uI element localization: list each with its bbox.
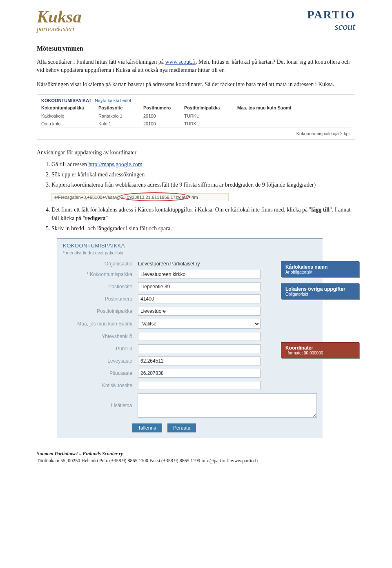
- instructions-list: Gå till adressen http://maps.google.com …: [37, 160, 355, 189]
- scout-fi-link[interactable]: www.scout.fi: [165, 59, 196, 65]
- step-2: Sök upp er kårlokal med adressökningen: [51, 170, 355, 179]
- callout-name-title: Kårlokalens namn: [285, 264, 355, 270]
- instructions-heading: Anvisningar för uppdatering av koordinat…: [37, 149, 355, 156]
- step-4-e: ": [106, 215, 108, 221]
- table-row: Kakkoskolo Rantakolo 1 20100 TURKU: [41, 112, 351, 120]
- page-title: Mötesutrymmen: [37, 45, 355, 52]
- label-info: Lisätietoa: [63, 403, 138, 408]
- cell: 20100: [143, 121, 184, 126]
- instructions-list-cont: Det finns ett fält för lokalens adress i…: [37, 205, 355, 233]
- label-lon: Pituusaste: [63, 370, 138, 376]
- col-street: Postiosoite: [98, 105, 143, 110]
- cell: 20100: [143, 114, 184, 118]
- label-zip: Postinumero: [63, 296, 138, 302]
- callout-other: Lokalens övriga uppgifter Obligatoriskt: [281, 283, 359, 299]
- p1-text-a: Alla scoutkårer i Finland hittas lätt vi…: [37, 59, 165, 65]
- cancel-button[interactable]: Peruuta: [167, 423, 196, 432]
- save-button[interactable]: Tallenna: [132, 423, 162, 432]
- callout-other-title: Lokalens övriga uppgifter: [285, 286, 355, 292]
- table-footer: Kokoontumispaikkoja 2 kpl.: [41, 131, 351, 136]
- input-city[interactable]: [138, 307, 261, 316]
- cell: TURKU: [184, 121, 237, 126]
- logo-kuksa: Kuksa partiorekisteri: [37, 8, 82, 33]
- col-zip: Postinumero: [143, 105, 184, 110]
- label-country: Maa, jos muu kuin Suomi: [63, 321, 138, 327]
- intro-paragraph-2: Kårsökningen visar lokalerna på kartan b…: [37, 80, 355, 89]
- cell: [237, 114, 351, 118]
- callout-coords-title: Koordinater: [285, 345, 355, 351]
- highlight-ring-icon: [119, 192, 190, 201]
- cell: TURKU: [184, 114, 237, 118]
- step-4-bold-2: redigera: [85, 215, 105, 221]
- logo-partio: PARTIO scout: [307, 8, 355, 32]
- form-title: KOKOONTUMISPAIKKA: [57, 239, 323, 249]
- value-org: Lievestuoreen Partiolaiset ry: [138, 261, 200, 267]
- select-country[interactable]: Valitse: [138, 319, 261, 329]
- label-lat: Leveysaste: [63, 358, 138, 364]
- page-footer: Suomen Partiolaiset – Finlands Scouter r…: [0, 446, 392, 470]
- textarea-info[interactable]: [138, 393, 317, 418]
- label-phone: Puhelin: [63, 346, 138, 352]
- step-3: Kopiera koordinaterna från webbläsarens …: [51, 180, 355, 189]
- url-bar-example: e/Fredsgatan+8,+65100+Vasa/@63.0923813,2…: [51, 193, 229, 201]
- step-5: Skriv in bredd- och längdgrader i sina f…: [51, 224, 355, 233]
- table-heading: KOKOONTUMISPAIKAT: [41, 98, 91, 103]
- callout-coords-sub: I formatet 00.000000: [285, 351, 355, 355]
- step-4-bold-1: lägg till: [311, 207, 330, 213]
- intro-paragraph-1: Alla scoutkårer i Finland hittas lätt vi…: [37, 58, 355, 75]
- footer-org: Suomen Partiolaiset – Finlands Scouter r…: [37, 450, 355, 457]
- maps-link[interactable]: http://maps.google.com: [89, 161, 143, 167]
- cell: Kolo 1: [98, 121, 143, 126]
- step-1: Gå till adressen http://maps.google.com: [51, 160, 355, 169]
- label-place: * Kokoontumispaikka: [63, 272, 138, 277]
- logo-partio-sub: scout: [307, 21, 355, 32]
- label-street: Postiosoite: [63, 284, 138, 290]
- step-4: Det finns ett fält för lokalens adress i…: [51, 205, 355, 223]
- meeting-places-screenshot: KOKOONTUMISPAIKAT Näytä kaikki tiedot Ko…: [37, 94, 355, 140]
- step-1-text: Gå till adressen: [51, 161, 89, 167]
- col-place: Kokoontumispaikka: [41, 105, 98, 110]
- label-city: Postitoimipaikka: [63, 308, 138, 314]
- table-row: Oma kolo Kolo 1 20100 TURKU: [41, 120, 351, 128]
- input-lat[interactable]: [138, 356, 261, 365]
- callout-name-sub: Är obligatoriskt: [285, 270, 355, 274]
- show-all-link[interactable]: Näytä kaikki tiedot: [95, 98, 131, 103]
- input-lon[interactable]: [138, 369, 261, 378]
- input-zip[interactable]: [138, 294, 261, 303]
- logo-kuksa-sub: partiorekisteri: [37, 25, 82, 33]
- cell: Oma kolo: [41, 121, 98, 126]
- callout-other-sub: Obligatoriskt: [285, 292, 355, 296]
- input-phone[interactable]: [138, 344, 261, 353]
- step-4-a: Det finns ett fält för lokalens adress i…: [51, 207, 311, 213]
- header: Kuksa partiorekisteri PARTIO scout: [37, 8, 355, 33]
- footer-address: Töölönkatu 55, 00250 Helsinki Puh. (+358…: [37, 457, 355, 464]
- label-contact: Yhteyshenkilö: [63, 334, 138, 339]
- input-web[interactable]: [138, 381, 261, 390]
- logo-kuksa-text: Kuksa: [37, 8, 82, 25]
- input-place[interactable]: [138, 270, 261, 279]
- callout-coords: Koordinater I formatet 00.000000: [281, 342, 359, 358]
- logo-partio-text: PARTIO: [307, 8, 355, 21]
- col-country: Maa, jos muu kuin Suomi: [237, 105, 351, 110]
- label-web: Kotisivuosoite: [63, 383, 138, 388]
- input-street[interactable]: [138, 282, 261, 291]
- input-contact[interactable]: [138, 332, 261, 341]
- col-city: Postitoimipaikka: [184, 105, 237, 110]
- label-org: Organisaatio: [63, 261, 138, 267]
- callout-name: Kårlokalens namn Är obligatoriskt: [281, 261, 359, 277]
- cell: [237, 121, 351, 126]
- form-mandatory-note: * merkityt tiedot ovat pakollisia.: [57, 249, 323, 259]
- cell: Kakkoskolo: [41, 114, 98, 118]
- cell: Rantakolo 1: [98, 114, 143, 118]
